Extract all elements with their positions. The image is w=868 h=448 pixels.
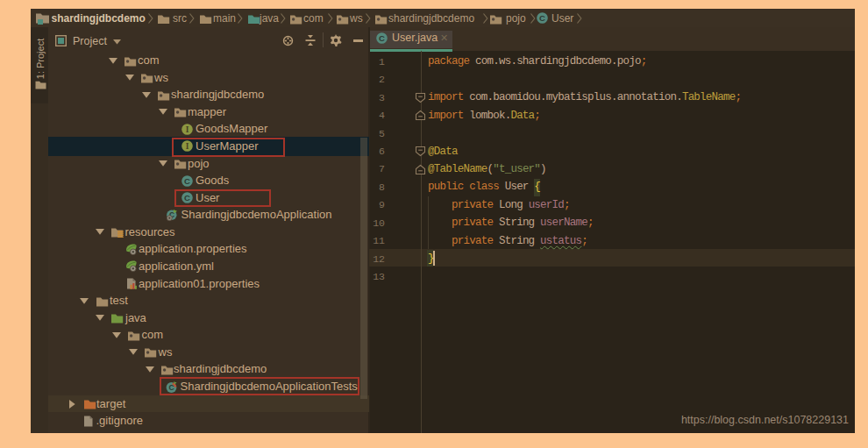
svg-text:C: C [539,13,545,23]
svg-text:I: I [186,125,189,134]
svg-text:C: C [379,33,385,43]
svg-text:C: C [184,175,190,185]
